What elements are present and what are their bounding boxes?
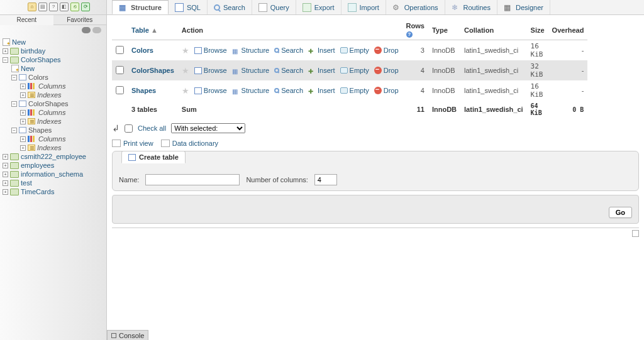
collapse-icon[interactable] xyxy=(82,27,91,33)
favorite-star-icon[interactable]: ★ xyxy=(182,86,189,96)
tab-sql[interactable]: SQL xyxy=(169,0,208,14)
expand-icon[interactable]: + xyxy=(3,154,8,160)
check-all-link[interactable]: Check all xyxy=(138,124,166,132)
db-label: test xyxy=(21,179,32,187)
table-shapes[interactable]: − Shapes xyxy=(3,126,104,134)
drop-link[interactable]: Drop xyxy=(374,87,399,94)
collapse-icon[interactable]: − xyxy=(11,75,17,80)
tab-export[interactable]: Export xyxy=(296,0,341,14)
db-new[interactable]: New xyxy=(3,64,104,73)
db-colorshapes[interactable]: − ColorShapes xyxy=(3,55,104,64)
db-timecards[interactable]: + TimeCards xyxy=(3,187,104,196)
expand-icon[interactable]: + xyxy=(3,189,8,195)
row-checkbox[interactable] xyxy=(116,66,124,74)
drop-link[interactable]: Drop xyxy=(374,47,399,54)
table-indexes[interactable]: + Indexes xyxy=(3,90,104,99)
expand-icon[interactable]: + xyxy=(20,84,26,89)
table-columns[interactable]: + Columns xyxy=(3,82,104,90)
collapse-icon[interactable]: − xyxy=(11,101,17,107)
info-icon[interactable]: ? xyxy=(406,31,413,38)
db-employees[interactable]: + employees xyxy=(3,161,104,170)
search-link[interactable]: Search xyxy=(274,47,303,54)
tab-search[interactable]: Search xyxy=(208,0,252,14)
tab-recent[interactable]: Recent xyxy=(0,14,53,25)
expand-icon[interactable]: + xyxy=(20,145,26,151)
num-columns-input[interactable] xyxy=(314,174,337,185)
col-rows[interactable]: Rows ? xyxy=(402,20,428,40)
tab-favorites[interactable]: Favorites xyxy=(53,14,107,25)
db-birthday[interactable]: + birthday xyxy=(3,47,104,55)
expand-icon[interactable]: + xyxy=(20,92,26,98)
table-indexes[interactable]: + Indexes xyxy=(3,117,104,126)
table-name-link[interactable]: Shapes xyxy=(131,87,156,94)
tab-query[interactable]: Query xyxy=(252,0,296,14)
expand-icon[interactable]: + xyxy=(20,136,26,142)
insert-link[interactable]: Insert xyxy=(308,47,335,54)
table-icon xyxy=(128,154,136,161)
reload-icon[interactable]: ⟳ xyxy=(81,3,90,11)
table-name-link[interactable]: Colors xyxy=(131,47,153,54)
expand-icon[interactable]: + xyxy=(20,110,26,116)
console-bar[interactable]: Console xyxy=(107,330,148,340)
new-icon xyxy=(3,38,10,46)
tab-routines[interactable]: Routines xyxy=(445,0,497,14)
table-columns[interactable]: + Columns xyxy=(3,134,104,143)
tab-operations[interactable]: Operations xyxy=(386,0,445,14)
expand-icon[interactable]: + xyxy=(3,48,8,54)
indexes-label: Indexes xyxy=(37,91,62,99)
browse-link[interactable]: Browse xyxy=(194,87,227,94)
insert-link[interactable]: Insert xyxy=(308,67,335,74)
sql-icon[interactable]: ◧ xyxy=(60,3,69,11)
help-icon[interactable]: ? xyxy=(49,3,58,11)
col-table[interactable]: Table ▲ xyxy=(128,20,178,40)
empty-link[interactable]: Empty xyxy=(340,67,369,74)
expand-icon[interactable]: + xyxy=(20,119,26,124)
database-icon xyxy=(10,57,19,63)
tab-import[interactable]: Import xyxy=(341,0,386,14)
structure-link[interactable]: Structure xyxy=(232,47,270,54)
row-checkbox[interactable] xyxy=(116,86,124,94)
settings-toggle-icon[interactable] xyxy=(632,230,639,237)
go-button[interactable]: Go xyxy=(609,207,632,218)
table-columns[interactable]: + Columns xyxy=(3,108,104,117)
check-all-checkbox[interactable] xyxy=(125,124,133,133)
db-test[interactable]: + test xyxy=(3,178,104,187)
browse-icon xyxy=(194,47,202,54)
tab-structure[interactable]: Structure xyxy=(112,0,169,14)
data-dictionary-link[interactable]: Data dictionary xyxy=(161,140,218,147)
tab-designer[interactable]: Designer xyxy=(497,0,550,14)
docs-icon[interactable]: ▤ xyxy=(38,3,47,11)
collapse-icon[interactable]: − xyxy=(3,57,8,63)
expand-icon[interactable]: + xyxy=(3,172,8,177)
tree-new[interactable]: New xyxy=(3,38,104,47)
drop-link[interactable]: Drop xyxy=(374,67,399,74)
collapse-icon[interactable]: − xyxy=(11,128,17,133)
empty-link[interactable]: Empty xyxy=(340,47,369,54)
favorite-star-icon[interactable]: ★ xyxy=(182,66,189,75)
table-name-link[interactable]: ColorShapes xyxy=(131,67,174,74)
search-link[interactable]: Search xyxy=(274,67,303,74)
link-icon[interactable] xyxy=(92,27,101,33)
row-checkbox[interactable] xyxy=(116,46,124,54)
print-view-link[interactable]: Print view xyxy=(112,140,153,147)
empty-link[interactable]: Empty xyxy=(340,87,369,94)
table-colorshapes[interactable]: − ColorShapes xyxy=(3,99,104,108)
expand-icon[interactable]: + xyxy=(3,180,8,186)
browse-link[interactable]: Browse xyxy=(194,67,227,74)
table-colors[interactable]: − Colors xyxy=(3,73,104,82)
structure-link[interactable]: Structure xyxy=(232,87,270,94)
browse-link[interactable]: Browse xyxy=(194,47,227,54)
table-indexes[interactable]: + Indexes xyxy=(3,143,104,152)
search-link[interactable]: Search xyxy=(274,87,303,94)
favorite-star-icon[interactable]: ★ xyxy=(182,46,189,55)
table-name-input[interactable] xyxy=(145,174,240,185)
home-icon[interactable]: ⌂ xyxy=(28,3,36,11)
db-csmith222employee[interactable]: + csmith222_employee xyxy=(3,152,104,161)
exit-icon[interactable]: ⎋ xyxy=(70,3,79,11)
expand-icon[interactable]: + xyxy=(3,163,8,168)
with-selected-dropdown[interactable]: With selected: xyxy=(171,123,245,133)
structure-link[interactable]: Structure xyxy=(232,67,270,74)
structure-icon xyxy=(119,3,128,12)
insert-link[interactable]: Insert xyxy=(308,87,335,94)
db-informationschema[interactable]: + information_schema xyxy=(3,170,104,178)
